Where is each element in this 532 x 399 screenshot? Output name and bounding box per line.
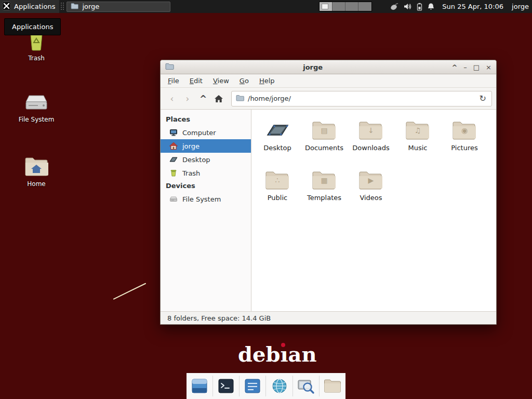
window-body: Places Computer jorge Desktop [161, 110, 496, 311]
logo-text: an [288, 342, 317, 366]
folder-icon: ∴ [265, 169, 290, 190]
file-manager-folder-icon[interactable] [323, 377, 342, 395]
dock-separator [265, 376, 266, 396]
trash-small-icon [169, 169, 178, 177]
folder-item-desktop[interactable]: Desktop [255, 118, 300, 168]
stray-cursor-line [113, 283, 147, 299]
sidebar-item-label: File System [182, 195, 221, 203]
back-button[interactable]: ‹ [165, 91, 179, 106]
sidebar-item-trash[interactable]: Trash [161, 166, 251, 180]
folder-icon: ◉ [452, 119, 477, 140]
window-title: jorge [178, 63, 447, 71]
videos-glyph: ▶ [358, 177, 383, 184]
pictures-glyph: ◉ [452, 127, 477, 134]
folder-item-videos[interactable]: ▶ Videos [348, 168, 394, 218]
window-folder-icon [165, 62, 174, 72]
taskbar-window-button[interactable]: jorge [66, 2, 170, 12]
applications-tooltip: Applications [4, 18, 61, 35]
sidebar-item-label: Computer [182, 129, 216, 137]
folder-view: Desktop ▤ Documents ↓ Downloads [251, 110, 496, 311]
menubar: File Edit View Go Help [161, 74, 496, 88]
sidebar-item-label: Desktop [182, 156, 210, 164]
mouse-tray-icon[interactable] [390, 3, 398, 10]
documents-glyph: ▤ [312, 127, 337, 134]
window-titlebar[interactable]: jorge ^ – □ × [161, 60, 496, 74]
volume-icon[interactable] [403, 3, 412, 10]
folder-label: Documents [301, 144, 347, 152]
menu-file[interactable]: File [163, 75, 184, 86]
workspace-2[interactable] [332, 2, 345, 11]
forward-button[interactable]: › [180, 91, 195, 106]
dock-separator [292, 376, 293, 396]
sidebar-devices-header: Devices [161, 180, 251, 192]
dock-separator [239, 376, 240, 396]
sidebar-item-desktop[interactable]: Desktop [161, 153, 251, 166]
desktop-icon-home[interactable]: Home [11, 154, 61, 188]
menu-view[interactable]: View [208, 75, 234, 86]
folder-label: Public [255, 194, 300, 202]
desktop-icon-label: Trash [11, 55, 61, 62]
downloads-glyph: ↓ [358, 127, 383, 134]
maximize-button[interactable]: □ [473, 64, 480, 71]
sidebar-item-file-system[interactable]: File System [161, 192, 251, 206]
folder-item-pictures[interactable]: ◉ Pictures [442, 118, 487, 168]
minimize-button[interactable]: – [463, 64, 467, 71]
home-button[interactable] [211, 91, 226, 106]
folder-label: Downloads [348, 144, 394, 152]
terminal-blue-icon[interactable] [243, 377, 262, 395]
file-manager-window: jorge ^ – □ × File Edit View Go Help ‹ ›… [160, 60, 497, 325]
templates-glyph: ▦ [312, 177, 337, 184]
menu-edit[interactable]: Edit [185, 75, 207, 86]
applications-menu-button[interactable]: Applications [0, 0, 59, 13]
statusbar-text: 8 folders, Free space: 14.4 GiB [167, 314, 271, 322]
folder-item-music[interactable]: ♫ Music [395, 118, 441, 168]
location-bar[interactable]: /home/jorge/ ↻ [231, 91, 492, 107]
applications-menu-icon [2, 2, 11, 12]
sidebar: Places Computer jorge Desktop [161, 110, 251, 311]
folder-label: Templates [301, 194, 347, 202]
desktop-window-icon[interactable] [190, 377, 209, 395]
desktop-icon [169, 155, 178, 164]
path-text: /home/jorge/ [248, 95, 475, 102]
notification-bell-icon[interactable] [427, 3, 435, 11]
path-folder-icon [236, 95, 244, 103]
music-glyph: ♫ [405, 127, 430, 134]
battery-icon[interactable] [417, 3, 422, 11]
workspace-3[interactable] [345, 2, 358, 11]
shade-button[interactable]: ^ [451, 64, 457, 71]
application-finder-icon[interactable] [297, 377, 315, 395]
desktop-icon-file-system[interactable]: File System [11, 89, 61, 123]
toolbar: ‹ › ^ /home/jorge/ ↻ [161, 88, 496, 110]
folder-item-public[interactable]: ∴ Public [255, 168, 300, 218]
workspace-4[interactable] [358, 2, 371, 11]
dock-separator [212, 376, 213, 396]
panel-username: jorge [512, 3, 529, 10]
menu-go[interactable]: Go [235, 75, 254, 86]
folder-item-documents[interactable]: ▤ Documents [301, 118, 347, 168]
folder-icon: ▶ [358, 169, 383, 190]
desktop-icon-label: File System [11, 116, 61, 123]
folder-label: Pictures [442, 144, 487, 152]
workspace-1[interactable] [320, 2, 332, 11]
applications-menu-label: Applications [14, 3, 55, 10]
drive-small-icon [169, 195, 178, 203]
system-tray [390, 3, 435, 11]
panel-clock[interactable]: Sun 25 Apr, 10:06 [442, 3, 503, 10]
taskbar-window-label: jorge [82, 3, 99, 10]
logo-i-red-dot: ı [280, 342, 288, 366]
sidebar-item-label: jorge [182, 142, 200, 150]
web-browser-globe-icon[interactable] [270, 377, 289, 395]
folder-label: Desktop [255, 144, 300, 152]
menu-help[interactable]: Help [255, 75, 280, 86]
close-button[interactable]: × [486, 64, 491, 71]
folder-item-downloads[interactable]: ↓ Downloads [348, 118, 394, 168]
workspace-switcher [319, 2, 372, 11]
refresh-icon[interactable]: ↻ [478, 94, 487, 103]
sidebar-item-jorge[interactable]: jorge [161, 139, 251, 153]
sidebar-item-computer[interactable]: Computer [161, 126, 251, 139]
folder-item-templates[interactable]: ▦ Templates [301, 168, 347, 218]
terminal-icon[interactable] [217, 377, 235, 395]
up-button[interactable]: ^ [196, 91, 210, 106]
home-folder-icon [24, 154, 49, 179]
debian-logo: debıan [238, 343, 317, 366]
